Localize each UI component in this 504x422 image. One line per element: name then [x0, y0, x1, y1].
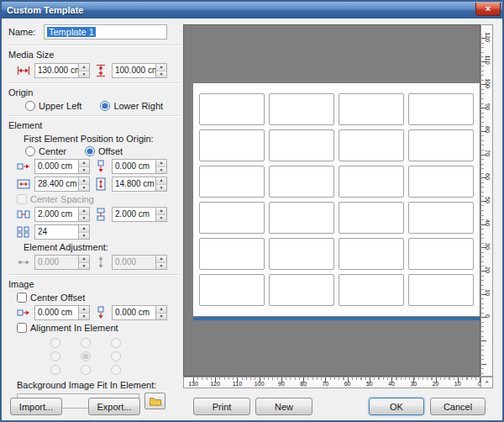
spin-up-icon[interactable]: ▲ [156, 177, 166, 184]
preview-area: 1201101009080706050403020100 13012011010… [183, 24, 493, 388]
spin-down-icon[interactable]: ▼ [79, 166, 89, 174]
titlebar[interactable]: Custom Template × [2, 2, 502, 18]
spin-down-icon[interactable]: ▼ [79, 313, 89, 320]
center-offset-row: Center Offset [17, 293, 181, 303]
position-offset-option[interactable]: Offset [85, 146, 123, 156]
element-adjustment-row: 0.000 ▲▼ 0.000 ▲▼ [17, 255, 181, 270]
ruler-label: 120 [485, 32, 491, 42]
new-button[interactable]: New [255, 398, 312, 415]
element-offset-y-value[interactable]: 0.000 cm [113, 160, 155, 173]
ok-button[interactable]: OK [369, 398, 424, 415]
spin-down-icon[interactable]: ▼ [156, 184, 166, 192]
ruler-label: 80 [485, 126, 491, 133]
spacing-y-spinner: 2.000 cm ▲▼ [112, 207, 167, 222]
align-bottom-center-radio[interactable] [81, 365, 91, 375]
origin-lower-right-radio[interactable] [100, 101, 110, 111]
origin-upper-left-radio[interactable] [25, 101, 35, 111]
print-button[interactable]: Print [193, 398, 250, 415]
spin-up-icon[interactable]: ▲ [156, 208, 166, 214]
alignment-option[interactable]: Alignment In Element [17, 323, 118, 333]
spin-up-icon[interactable]: ▲ [156, 64, 166, 71]
spin-up-icon[interactable]: ▲ [79, 306, 89, 313]
image-offset-y-value[interactable]: 0.000 cm [113, 306, 155, 319]
spin-down-icon[interactable]: ▼ [79, 184, 89, 192]
align-top-left-radio[interactable] [50, 338, 60, 348]
ruler-label: 40 [485, 219, 491, 226]
position-offset-radio[interactable] [85, 146, 95, 156]
align-center-radio[interactable] [81, 351, 91, 361]
separator [8, 115, 181, 117]
template-element-cell [339, 274, 404, 306]
origin-upper-left-label: Upper Left [39, 101, 81, 111]
name-input[interactable]: Template 1 [44, 24, 167, 40]
spin-down-icon[interactable]: ▼ [156, 262, 166, 270]
center-spacing-option[interactable]: Center Spacing [17, 194, 94, 204]
ruler-label: 50 [485, 197, 491, 203]
media-width-value[interactable]: 130.000 cm [35, 64, 78, 77]
align-top-center-radio[interactable] [81, 338, 91, 348]
spin-up-icon[interactable]: ▲ [156, 160, 166, 166]
template-element-cell [339, 166, 404, 198]
template-element-cell [269, 202, 334, 234]
spin-down-icon[interactable]: ▼ [79, 71, 89, 78]
image-offset-x-value[interactable]: 0.000 cm [35, 306, 78, 319]
name-label: Name: [8, 27, 44, 37]
spin-up-icon[interactable]: ▲ [79, 256, 89, 262]
spin-down-icon[interactable]: ▼ [79, 262, 89, 270]
settings-panel: Name: Template 1 Media Size 130.000 cm ▲… [8, 24, 181, 412]
image-y-offset-icon [95, 306, 107, 319]
adjustment-x-value[interactable]: 0.000 [35, 256, 78, 269]
cancel-button[interactable]: Cancel [430, 398, 486, 415]
name-value: Template 1 [47, 27, 96, 37]
element-width-value[interactable]: 28.400 cm [35, 177, 78, 191]
spin-up-icon[interactable]: ▲ [79, 177, 89, 184]
alignment-checkbox[interactable] [17, 323, 27, 333]
browse-button[interactable] [144, 393, 165, 409]
export-button[interactable]: Export... [88, 398, 140, 415]
element-offset-y-spinner: 0.000 cm ▲▼ [112, 159, 167, 174]
align-bottom-right-radio[interactable] [111, 365, 121, 375]
align-bottom-left-radio[interactable] [50, 365, 60, 375]
origin-title: Origin [8, 87, 181, 98]
spin-up-icon[interactable]: ▲ [79, 160, 89, 166]
ruler-label: 40 [388, 381, 395, 387]
adjustment-y-value[interactable]: 0.000 [113, 256, 155, 269]
element-count-value[interactable]: 24 [35, 225, 78, 239]
template-element-cell [199, 93, 265, 125]
close-icon[interactable]: × [475, 3, 501, 16]
spin-up-icon[interactable]: ▲ [79, 64, 89, 71]
media-height-value[interactable]: 100.000 cm [113, 64, 155, 77]
template-element-cell [199, 238, 265, 270]
spacing-y-value[interactable]: 2.000 cm [113, 208, 155, 221]
position-center-option[interactable]: Center [25, 146, 66, 156]
spin-up-icon[interactable]: ▲ [79, 208, 89, 214]
center-offset-checkbox[interactable] [17, 293, 27, 303]
template-element-cell [408, 166, 474, 198]
import-button[interactable]: Import... [10, 398, 62, 415]
spin-down-icon[interactable]: ▼ [79, 232, 89, 240]
origin-lower-right-option[interactable]: Lower Right [100, 101, 163, 111]
align-middle-left-radio[interactable] [50, 351, 60, 361]
spin-down-icon[interactable]: ▼ [156, 71, 166, 78]
spin-up-icon[interactable]: ▲ [156, 256, 166, 262]
spin-down-icon[interactable]: ▼ [156, 166, 166, 174]
center-offset-option[interactable]: Center Offset [17, 293, 85, 303]
spin-down-icon[interactable]: ▼ [79, 214, 89, 222]
spacing-x-value[interactable]: 2.000 cm [35, 208, 78, 221]
spin-up-icon[interactable]: ▲ [79, 225, 89, 232]
origin-upper-left-option[interactable]: Upper Left [25, 101, 81, 111]
element-width-spinner: 28.400 cm ▲▼ [34, 177, 90, 192]
template-element-cell [408, 129, 474, 161]
ruler-label: 20 [433, 381, 439, 387]
position-options: Center Offset [25, 146, 181, 156]
align-top-right-radio[interactable] [111, 338, 121, 348]
spin-down-icon[interactable]: ▼ [156, 313, 166, 320]
position-center-radio[interactable] [25, 146, 35, 156]
spin-down-icon[interactable]: ▼ [156, 214, 166, 222]
element-offset-x-value[interactable]: 0.000 cm [35, 160, 78, 173]
spin-up-icon[interactable]: ▲ [156, 306, 166, 313]
element-height-value[interactable]: 14.800 cm [113, 177, 155, 191]
horizontal-spacing-icon [17, 208, 30, 220]
align-middle-right-radio[interactable] [111, 351, 121, 361]
center-spacing-checkbox[interactable] [17, 194, 27, 204]
